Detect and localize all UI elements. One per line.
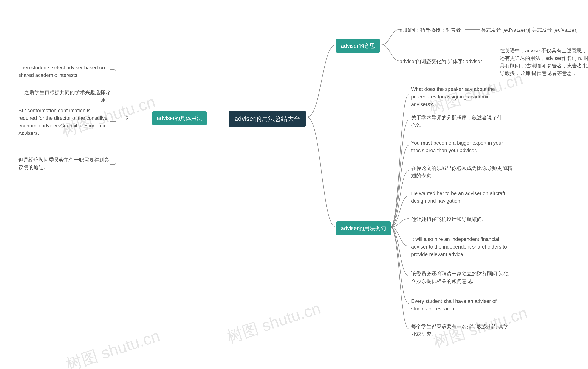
- example-9: 每个学生都应该要有一名指导教授,指导其学业或研究.: [411, 323, 512, 338]
- left-item-3: 但是经济顾问委员会主任一职需要得到参议院的通过.: [18, 156, 110, 171]
- left-item-1: 之后学生再根据共同的学术兴趣选择导师。: [18, 89, 110, 104]
- meaning-sub-node[interactable]: adviser的意思: [336, 39, 380, 53]
- meaning-0-b: 英式发音 [əd'vaɪzə(r)] 美式发音 [əd'vaɪzər]: [481, 26, 578, 34]
- meaning-1-b: 在英语中，adviser不仅具有上述意思，还有更详尽的用法，adviser作名词…: [500, 47, 588, 77]
- meaning-0-a: n. 顾问；指导教授；劝告者: [400, 26, 461, 34]
- example-1: 关于学术导师的分配程序，叙述者说了什么?。: [411, 114, 512, 129]
- left-sub-node[interactable]: adviser的具体用法: [152, 111, 207, 125]
- example-6: It will also hire an independent financi…: [411, 235, 512, 258]
- example-5: 他让她担任飞机设计和导航顾问.: [411, 216, 512, 223]
- example-8: Every student shall have an adviser of s…: [411, 297, 512, 313]
- watermark: 树图 shutu.cn: [63, 325, 163, 369]
- watermark: 树图 shutu.cn: [224, 298, 323, 348]
- root-node[interactable]: adviser的用法总结大全: [229, 111, 306, 127]
- left-item-0: Then students select adviser based on sh…: [18, 64, 110, 79]
- example-0: What does the speaker say about the proc…: [411, 85, 512, 108]
- meaning-1-a: adviser的词态变化为:异体字: advisor: [400, 58, 482, 65]
- left-connector-label: 如：: [126, 114, 136, 121]
- example-7: 该委员会还将聘请一家独立的财务顾问,为独立股东提供相关的顾问意见.: [411, 270, 512, 285]
- example-2: You must become a bigger expert in your …: [411, 139, 512, 154]
- examples-sub-node[interactable]: adviser的用法例句: [336, 221, 391, 235]
- example-4: He wanted her to be an adviser on aircra…: [411, 189, 512, 205]
- left-item-2: But conformation confirmation is require…: [18, 107, 110, 137]
- example-3: 在你论文的领域里你必须成为比你导师更加精通的专家.: [411, 164, 512, 180]
